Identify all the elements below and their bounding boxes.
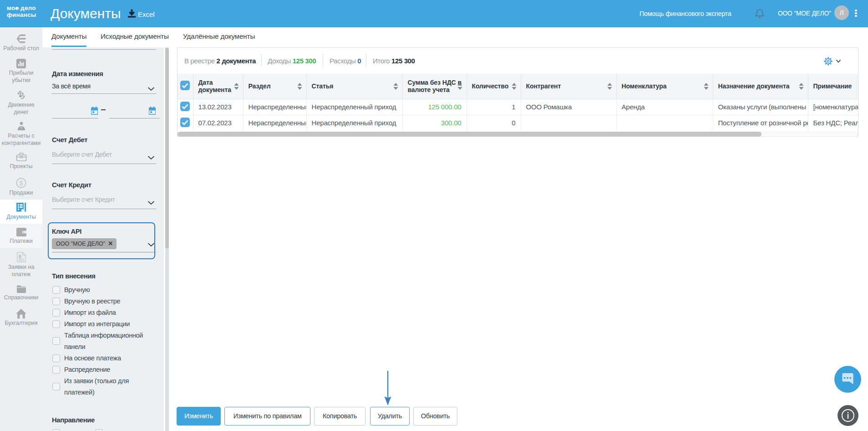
svg-text:$: $ <box>19 254 21 259</box>
svg-text:$: $ <box>20 180 23 187</box>
